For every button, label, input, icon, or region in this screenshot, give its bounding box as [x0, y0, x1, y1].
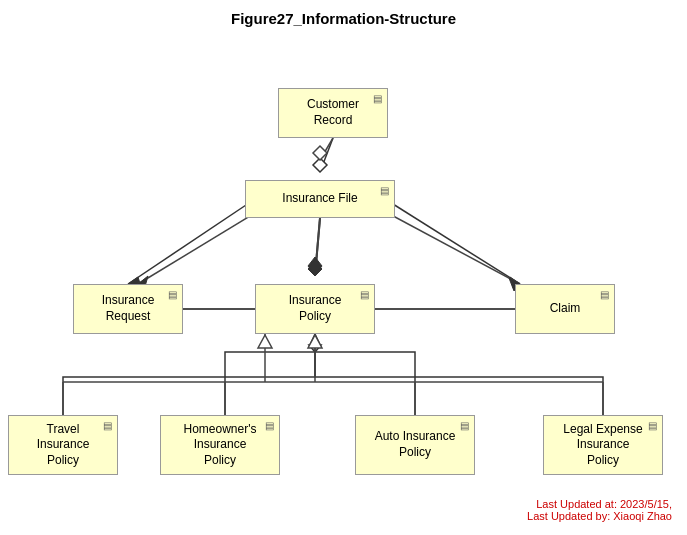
- customer-record-icon: ▤: [373, 92, 382, 105]
- claim-icon: ▤: [600, 288, 609, 301]
- insurance-request-icon: ▤: [168, 288, 177, 301]
- footer-line1: Last Updated at: 2023/5/15,: [527, 498, 672, 510]
- insurance-policy-box: ▤ Insurance Policy: [255, 284, 375, 334]
- travel-insurance-box: ▤ Travel Insurance Policy: [8, 415, 118, 475]
- insurance-policy-label: Insurance Policy: [289, 293, 342, 324]
- footer-line2: Last Updated by: Xiaoqi Zhao: [527, 510, 672, 522]
- homeowners-insurance-box: ▤ Homeowner's Insurance Policy: [160, 415, 280, 475]
- homeowners-label: Homeowner's Insurance Policy: [184, 422, 257, 469]
- auto-insurance-label: Auto Insurance Policy: [375, 429, 456, 460]
- customer-record-box: ▤ Customer Record: [278, 88, 388, 138]
- travel-insurance-label: Travel Insurance Policy: [37, 422, 90, 469]
- auto-insurance-box: ▤ Auto Insurance Policy: [355, 415, 475, 475]
- insurance-policy-icon: ▤: [360, 288, 369, 301]
- legal-expense-icon: ▤: [648, 419, 657, 432]
- svg-marker-3: [308, 262, 322, 276]
- svg-line-4: [128, 199, 255, 284]
- claim-label: Claim: [550, 301, 581, 317]
- footer: Last Updated at: 2023/5/15, Last Updated…: [527, 498, 672, 522]
- canvas-container: ▤ Customer Record ▤ Insurance File ▤ Ins…: [0, 32, 687, 532]
- claim-box: ▤ Claim: [515, 284, 615, 334]
- travel-insurance-icon: ▤: [103, 419, 112, 432]
- insurance-request-box: ▤ Insurance Request: [73, 284, 183, 334]
- legal-expense-label: Legal Expense Insurance Policy: [563, 422, 642, 469]
- auto-insurance-icon: ▤: [460, 419, 469, 432]
- insurance-file-icon: ▤: [380, 184, 389, 197]
- diagram-title: Figure27_Information-Structure: [0, 0, 687, 32]
- svg-line-6: [385, 199, 520, 284]
- insurance-request-label: Insurance Request: [102, 293, 155, 324]
- insurance-file-box: ▤ Insurance File: [245, 180, 395, 218]
- legal-expense-box: ▤ Legal Expense Insurance Policy: [543, 415, 663, 475]
- insurance-file-label: Insurance File: [282, 191, 357, 207]
- customer-record-label: Customer Record: [307, 97, 359, 128]
- homeowners-icon: ▤: [265, 419, 274, 432]
